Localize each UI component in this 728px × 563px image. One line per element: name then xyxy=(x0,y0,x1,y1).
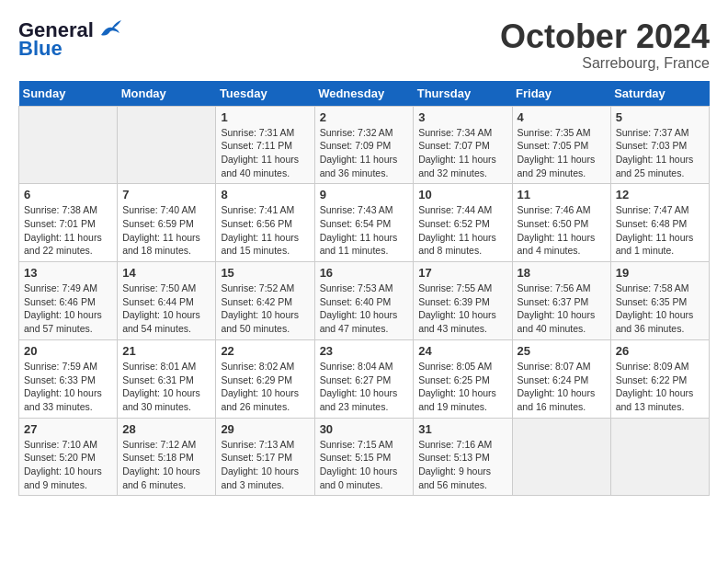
calendar-cell: 25Sunrise: 8:07 AM Sunset: 6:24 PM Dayli… xyxy=(512,339,610,418)
column-header-tuesday: Tuesday xyxy=(216,81,314,107)
day-number: 12 xyxy=(616,188,704,201)
day-info: Sunrise: 7:56 AM Sunset: 6:37 PM Dayligh… xyxy=(518,282,606,336)
day-info: Sunrise: 7:52 AM Sunset: 6:42 PM Dayligh… xyxy=(221,282,309,336)
day-number: 19 xyxy=(616,266,704,280)
day-info: Sunrise: 7:41 AM Sunset: 6:56 PM Dayligh… xyxy=(221,203,309,258)
day-info: Sunrise: 7:53 AM Sunset: 6:40 PM Dayligh… xyxy=(320,282,409,336)
day-info: Sunrise: 7:15 AM Sunset: 5:15 PM Dayligh… xyxy=(320,438,409,492)
day-info: Sunrise: 7:37 AM Sunset: 7:03 PM Dayligh… xyxy=(616,126,704,180)
calendar-cell: 17Sunrise: 7:55 AM Sunset: 6:39 PM Dayli… xyxy=(414,262,512,340)
day-info: Sunrise: 7:32 AM Sunset: 7:09 PM Dayligh… xyxy=(320,126,409,180)
day-number: 20 xyxy=(24,344,112,358)
calendar-cell: 8Sunrise: 7:41 AM Sunset: 6:56 PM Daylig… xyxy=(216,184,314,262)
day-number: 21 xyxy=(122,344,210,358)
location: Sarrebourg, France xyxy=(500,55,710,72)
day-info: Sunrise: 7:34 AM Sunset: 7:07 PM Dayligh… xyxy=(418,126,506,180)
day-info: Sunrise: 8:04 AM Sunset: 6:27 PM Dayligh… xyxy=(320,360,409,414)
calendar-cell: 4Sunrise: 7:35 AM Sunset: 7:05 PM Daylig… xyxy=(512,106,610,184)
calendar-cell: 28Sunrise: 7:12 AM Sunset: 5:18 PM Dayli… xyxy=(118,418,216,496)
day-number: 30 xyxy=(320,422,409,436)
day-info: Sunrise: 8:05 AM Sunset: 6:25 PM Dayligh… xyxy=(418,360,506,414)
calendar-cell: 12Sunrise: 7:47 AM Sunset: 6:48 PM Dayli… xyxy=(610,184,709,262)
column-header-friday: Friday xyxy=(512,81,610,107)
page-header: General Blue October 2024 Sarrebourg, Fr… xyxy=(18,18,710,72)
day-number: 10 xyxy=(418,188,506,201)
calendar-cell: 22Sunrise: 8:02 AM Sunset: 6:29 PM Dayli… xyxy=(216,339,314,418)
calendar-header-row: SundayMondayTuesdayWednesdayThursdayFrid… xyxy=(19,81,710,107)
calendar-cell: 24Sunrise: 8:05 AM Sunset: 6:25 PM Dayli… xyxy=(414,339,512,418)
logo: General Blue xyxy=(18,18,123,59)
column-header-saturday: Saturday xyxy=(610,81,709,107)
day-info: Sunrise: 7:46 AM Sunset: 6:50 PM Dayligh… xyxy=(518,203,606,258)
day-number: 11 xyxy=(518,188,606,201)
day-number: 25 xyxy=(518,344,606,358)
calendar-cell: 1Sunrise: 7:31 AM Sunset: 7:11 PM Daylig… xyxy=(216,106,314,184)
day-info: Sunrise: 7:50 AM Sunset: 6:44 PM Dayligh… xyxy=(122,282,210,336)
month-title: October 2024 xyxy=(500,18,710,55)
day-info: Sunrise: 8:09 AM Sunset: 6:22 PM Dayligh… xyxy=(616,360,704,414)
day-number: 13 xyxy=(24,266,112,280)
day-number: 8 xyxy=(221,188,309,201)
day-number: 17 xyxy=(418,266,506,280)
day-info: Sunrise: 7:16 AM Sunset: 5:13 PM Dayligh… xyxy=(418,438,506,492)
day-info: Sunrise: 7:49 AM Sunset: 6:46 PM Dayligh… xyxy=(24,282,112,336)
day-info: Sunrise: 7:40 AM Sunset: 6:59 PM Dayligh… xyxy=(122,203,210,258)
day-number: 27 xyxy=(24,422,112,436)
column-header-thursday: Thursday xyxy=(414,81,512,107)
day-number: 3 xyxy=(418,110,506,124)
day-info: Sunrise: 7:44 AM Sunset: 6:52 PM Dayligh… xyxy=(418,203,506,258)
calendar-cell: 14Sunrise: 7:50 AM Sunset: 6:44 PM Dayli… xyxy=(118,262,216,340)
column-header-sunday: Sunday xyxy=(19,81,118,107)
day-info: Sunrise: 8:07 AM Sunset: 6:24 PM Dayligh… xyxy=(518,360,606,414)
day-info: Sunrise: 7:38 AM Sunset: 7:01 PM Dayligh… xyxy=(24,203,112,258)
day-number: 6 xyxy=(24,188,112,201)
day-info: Sunrise: 7:58 AM Sunset: 6:35 PM Dayligh… xyxy=(616,282,704,336)
day-number: 4 xyxy=(518,110,606,124)
day-number: 15 xyxy=(221,266,309,280)
column-header-wednesday: Wednesday xyxy=(314,81,414,107)
day-number: 7 xyxy=(122,188,210,201)
day-number: 29 xyxy=(221,422,309,436)
calendar-cell: 16Sunrise: 7:53 AM Sunset: 6:40 PM Dayli… xyxy=(314,262,414,340)
day-info: Sunrise: 7:47 AM Sunset: 6:48 PM Dayligh… xyxy=(616,203,704,258)
calendar-cell xyxy=(118,106,216,184)
calendar-cell: 13Sunrise: 7:49 AM Sunset: 6:46 PM Dayli… xyxy=(19,262,118,340)
calendar-cell xyxy=(19,106,118,184)
day-info: Sunrise: 7:31 AM Sunset: 7:11 PM Dayligh… xyxy=(221,126,309,180)
logo-blue: Blue xyxy=(18,39,63,59)
calendar-cell: 21Sunrise: 8:01 AM Sunset: 6:31 PM Dayli… xyxy=(118,339,216,418)
day-info: Sunrise: 7:55 AM Sunset: 6:39 PM Dayligh… xyxy=(418,282,506,336)
day-info: Sunrise: 7:59 AM Sunset: 6:33 PM Dayligh… xyxy=(24,360,112,414)
logo-bird-icon xyxy=(97,18,123,39)
week-row-4: 20Sunrise: 7:59 AM Sunset: 6:33 PM Dayli… xyxy=(19,339,710,418)
day-number: 31 xyxy=(418,422,506,436)
calendar-cell: 18Sunrise: 7:56 AM Sunset: 6:37 PM Dayli… xyxy=(512,262,610,340)
day-number: 16 xyxy=(320,266,409,280)
calendar-cell: 15Sunrise: 7:52 AM Sunset: 6:42 PM Dayli… xyxy=(216,262,314,340)
calendar-cell: 27Sunrise: 7:10 AM Sunset: 5:20 PM Dayli… xyxy=(19,418,118,496)
day-number: 24 xyxy=(418,344,506,358)
calendar-cell: 10Sunrise: 7:44 AM Sunset: 6:52 PM Dayli… xyxy=(414,184,512,262)
day-info: Sunrise: 7:43 AM Sunset: 6:54 PM Dayligh… xyxy=(320,203,409,258)
calendar-cell: 26Sunrise: 8:09 AM Sunset: 6:22 PM Dayli… xyxy=(610,339,709,418)
calendar-table: SundayMondayTuesdayWednesdayThursdayFrid… xyxy=(18,81,710,497)
day-number: 26 xyxy=(616,344,704,358)
day-number: 23 xyxy=(320,344,409,358)
calendar-cell: 11Sunrise: 7:46 AM Sunset: 6:50 PM Dayli… xyxy=(512,184,610,262)
week-row-5: 27Sunrise: 7:10 AM Sunset: 5:20 PM Dayli… xyxy=(19,418,710,496)
calendar-cell: 6Sunrise: 7:38 AM Sunset: 7:01 PM Daylig… xyxy=(19,184,118,262)
calendar-cell: 9Sunrise: 7:43 AM Sunset: 6:54 PM Daylig… xyxy=(314,184,414,262)
calendar-cell xyxy=(512,418,610,496)
calendar-cell: 30Sunrise: 7:15 AM Sunset: 5:15 PM Dayli… xyxy=(314,418,414,496)
day-number: 9 xyxy=(320,188,409,201)
day-info: Sunrise: 8:01 AM Sunset: 6:31 PM Dayligh… xyxy=(122,360,210,414)
day-number: 28 xyxy=(122,422,210,436)
calendar-cell: 20Sunrise: 7:59 AM Sunset: 6:33 PM Dayli… xyxy=(19,339,118,418)
day-info: Sunrise: 7:13 AM Sunset: 5:17 PM Dayligh… xyxy=(221,438,309,492)
day-number: 18 xyxy=(518,266,606,280)
week-row-3: 13Sunrise: 7:49 AM Sunset: 6:46 PM Dayli… xyxy=(19,262,710,340)
day-info: Sunrise: 7:35 AM Sunset: 7:05 PM Dayligh… xyxy=(518,126,606,180)
calendar-cell: 7Sunrise: 7:40 AM Sunset: 6:59 PM Daylig… xyxy=(118,184,216,262)
day-number: 1 xyxy=(221,110,309,124)
week-row-2: 6Sunrise: 7:38 AM Sunset: 7:01 PM Daylig… xyxy=(19,184,710,262)
